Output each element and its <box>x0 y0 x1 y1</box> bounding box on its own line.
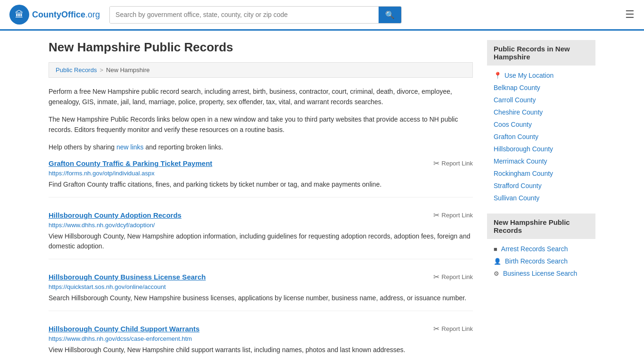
result-desc-3: View Hillsborough County, New Hampshire … <box>49 345 473 355</box>
page-title: New Hampshire Public Records <box>49 40 473 55</box>
location-label: Use My Location <box>504 72 553 79</box>
logo-icon: 🏛 <box>9 5 29 25</box>
description-2: The New Hampshire Public Records links b… <box>49 114 473 135</box>
description-1: Perform a free New Hampshire public reco… <box>49 86 473 107</box>
result-item: Hillsborough County Business License Sea… <box>49 272 473 311</box>
county-link-6[interactable]: Merrimack County <box>487 155 595 167</box>
result-item: Hillsborough County Adoption Records ✂ R… <box>49 211 473 259</box>
county-link-7[interactable]: Rockingham County <box>487 167 595 180</box>
record-links: ■Arrest Records Search👤Birth Records Sea… <box>487 243 595 280</box>
search-input[interactable] <box>110 7 379 23</box>
county-link-1[interactable]: Carroll County <box>487 94 595 106</box>
result-desc-0: Find Grafton County traffic citations, f… <box>49 180 473 189</box>
record-link-1[interactable]: 👤Birth Records Search <box>487 255 595 267</box>
result-url-0: https://forms.nh.gov/otp/individual.aspx <box>49 170 473 177</box>
site-header: 🏛 CountyOffice.org 🔍 ☰ <box>0 0 644 31</box>
result-title-2[interactable]: Hillsborough County Business License Sea… <box>49 273 206 281</box>
menu-icon[interactable]: ☰ <box>625 8 635 21</box>
county-link-3[interactable]: Coos County <box>487 118 595 131</box>
result-desc-1: View Hillsborough County, New Hampshire … <box>49 231 473 251</box>
county-link-5[interactable]: Hillsborough County <box>487 143 595 155</box>
record-link-2[interactable]: ⚙Business License Search <box>487 267 595 280</box>
location-icon: 📍 <box>494 72 502 79</box>
rec-icon-1: 👤 <box>494 258 501 265</box>
records-heading: New Hampshire Public Records <box>487 214 595 239</box>
county-link-4[interactable]: Grafton County <box>487 131 595 143</box>
search-bar: 🔍 <box>109 6 402 24</box>
result-url-2: https://quickstart.sos.nh.gov/online/acc… <box>49 283 473 290</box>
result-header: Grafton County Traffic & Parking Ticket … <box>49 159 473 168</box>
main-container: New Hampshire Public Records Public Reco… <box>39 31 605 362</box>
result-item: Hillsborough County Child Support Warran… <box>49 324 473 362</box>
result-desc-2: Search Hillsborough County, New Hampshir… <box>49 293 473 303</box>
result-title-3[interactable]: Hillsborough County Child Support Warran… <box>49 325 199 333</box>
result-url-3: https://www.dhhs.nh.gov/dcss/case-enforc… <box>49 335 473 342</box>
result-url-1: https://www.dhhs.nh.gov/dcyf/adoption/ <box>49 222 473 229</box>
report-link-1[interactable]: ✂ Report Link <box>433 211 473 220</box>
new-links-link[interactable]: new links <box>116 143 144 151</box>
report-icon: ✂ <box>433 272 439 281</box>
result-item: Grafton County Traffic & Parking Ticket … <box>49 159 473 197</box>
description-3: Help others by sharing new links and rep… <box>49 142 473 152</box>
logo-text: CountyOffice.org <box>32 10 100 20</box>
breadcrumb-parent[interactable]: Public Records <box>56 66 97 74</box>
content-area: New Hampshire Public Records Public Reco… <box>49 40 473 362</box>
use-my-location-link[interactable]: 📍 Use My Location <box>487 69 595 82</box>
result-title-0[interactable]: Grafton County Traffic & Parking Ticket … <box>49 159 212 167</box>
county-links: Belknap CountyCarroll CountyCheshire Cou… <box>487 82 595 204</box>
result-header: Hillsborough County Child Support Warran… <box>49 324 473 333</box>
counties-section: Public Records in New Hampshire 📍 Use My… <box>487 40 595 204</box>
search-button[interactable]: 🔍 <box>379 7 401 23</box>
report-link-0[interactable]: ✂ Report Link <box>433 159 473 168</box>
breadcrumb-sep: > <box>99 66 103 74</box>
county-link-8[interactable]: Strafford County <box>487 180 595 192</box>
record-link-0[interactable]: ■Arrest Records Search <box>487 243 595 255</box>
rec-icon-2: ⚙ <box>494 270 499 277</box>
report-icon: ✂ <box>433 324 439 333</box>
report-icon: ✂ <box>433 211 439 220</box>
records-section: New Hampshire Public Records ■Arrest Rec… <box>487 214 595 280</box>
report-link-2[interactable]: ✂ Report Link <box>433 272 473 281</box>
report-link-3[interactable]: ✂ Report Link <box>433 324 473 333</box>
county-link-0[interactable]: Belknap County <box>487 82 595 94</box>
counties-heading: Public Records in New Hampshire <box>487 40 595 66</box>
report-icon: ✂ <box>433 159 439 168</box>
county-link-2[interactable]: Cheshire County <box>487 106 595 118</box>
result-header: Hillsborough County Business License Sea… <box>49 272 473 281</box>
rec-icon-0: ■ <box>494 246 497 253</box>
breadcrumb: Public Records > New Hampshire <box>49 62 473 78</box>
county-link-9[interactable]: Sullivan County <box>487 192 595 204</box>
result-header: Hillsborough County Adoption Records ✂ R… <box>49 211 473 220</box>
results-list: Grafton County Traffic & Parking Ticket … <box>49 159 473 362</box>
breadcrumb-current: New Hampshire <box>106 66 149 74</box>
sidebar: Public Records in New Hampshire 📍 Use My… <box>487 40 595 362</box>
logo[interactable]: 🏛 CountyOffice.org <box>9 5 100 25</box>
result-title-1[interactable]: Hillsborough County Adoption Records <box>49 211 182 219</box>
